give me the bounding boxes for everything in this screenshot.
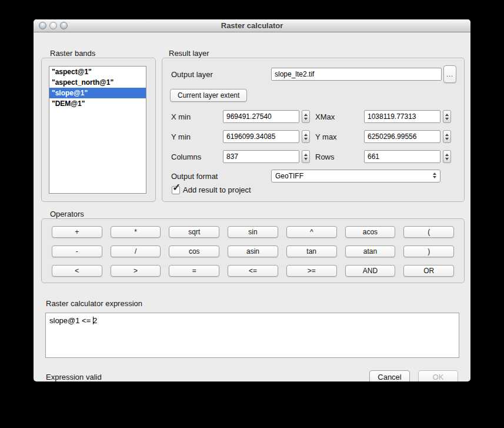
columns-label: Columns [171,152,201,161]
ok-button[interactable]: OK [418,370,458,381]
operator-divide-button[interactable]: / [111,245,161,257]
rows-value: 661 [368,152,379,161]
desktop-background: Raster calculator Raster bands "aspect@1… [0,0,504,428]
operator-sin-button[interactable]: sin [228,226,278,238]
spinner-up-icon[interactable] [304,114,308,116]
dialog-content: Raster bands "aspect@1" "aspect_north@1"… [34,33,470,381]
xmin-value: 969491.27540 [226,112,272,121]
raster-bands-list[interactable]: "aspect@1" "aspect_north@1" "slope@1" "D… [49,66,146,194]
checkmark-icon: ✓ [172,183,181,193]
list-item[interactable]: "slope@1" [49,88,146,98]
expression-text-before-cursor: slope@1 <= [49,316,93,325]
list-item[interactable]: "aspect_north@1" [49,77,146,88]
output-format-label: Output format [171,172,218,181]
output-format-value: GeoTIFF [275,172,303,180]
rows-input[interactable]: 661 [364,150,440,163]
operators-label: Operators [50,210,84,218]
columns-value: 837 [226,152,238,161]
operator-asin-button[interactable]: asin [228,245,278,257]
xmax-value: 1038119.77313 [368,112,416,121]
operator-greater-equal-button[interactable]: >= [286,265,337,277]
rows-label: Rows [315,152,335,161]
operator-acos-button[interactable]: acos [345,226,396,238]
operator-cos-button[interactable]: cos [169,245,219,257]
raster-calculator-window: Raster calculator Raster bands "aspect@1… [34,19,470,381]
ymax-spinner[interactable] [443,130,451,143]
spinner-down-icon[interactable] [445,158,449,160]
ymin-value: 6196099.34085 [226,132,275,141]
operators-group: + * sqrt sin ^ acos ( - / cos asin tan a… [41,218,465,283]
spinner-up-icon[interactable] [304,134,308,136]
spinner-up-icon[interactable] [445,154,449,156]
list-item[interactable]: "DEM@1" [49,98,146,109]
operator-multiply-button[interactable]: * [111,226,161,238]
spinner-down-icon[interactable] [304,118,308,120]
operator-tan-button[interactable]: tan [286,245,337,257]
expression-textarea[interactable]: slope@1 <= 2 [45,313,459,358]
output-layer-label: Output layer [171,70,213,79]
list-item[interactable]: "aspect@1" [49,67,146,77]
operator-power-button[interactable]: ^ [286,226,337,238]
xmin-spinner[interactable] [302,110,310,123]
spinner-up-icon[interactable] [445,134,449,136]
expression-text-after-cursor: 2 [93,316,97,325]
raster-bands-label: Raster bands [50,49,95,58]
spinner-up-icon[interactable] [304,154,308,156]
ymin-label: Y min [171,132,191,141]
ymin-input[interactable]: 6196099.34085 [223,130,299,143]
operator-open-paren-button[interactable]: ( [403,226,454,238]
spinner-down-icon[interactable] [304,138,308,140]
operator-minus-button[interactable]: - [52,245,102,257]
operator-close-paren-button[interactable]: ) [403,245,454,257]
window-title: Raster calculator [34,19,470,32]
columns-spinner[interactable] [302,150,310,163]
current-layer-extent-button[interactable]: Current layer extent [170,89,247,102]
operator-or-button[interactable]: OR [403,265,454,277]
raster-bands-group: "aspect@1" "aspect_north@1" "slope@1" "D… [41,58,156,202]
xmin-label: X min [171,112,191,121]
expression-label: Raster calculator expression [46,299,142,308]
xmin-input[interactable]: 969491.27540 [223,110,299,123]
result-layer-group: Output layer slope_lte2.tif ... Current … [162,58,465,202]
operator-atan-button[interactable]: atan [345,245,396,257]
xmax-input[interactable]: 1038119.77313 [364,110,440,123]
spinner-up-icon[interactable] [445,114,449,116]
spinner-down-icon[interactable] [304,158,308,160]
output-layer-value: slope_lte2.tif [275,70,314,78]
rows-spinner[interactable] [443,150,451,163]
xmax-label: XMax [315,112,335,121]
columns-input[interactable]: 837 [223,150,299,163]
operator-less-equal-button[interactable]: <= [228,265,278,277]
browse-button[interactable]: ... [443,65,456,83]
spinner-down-icon[interactable] [445,118,449,120]
operator-equals-button[interactable]: = [169,265,219,277]
operator-greater-than-button[interactable]: > [111,265,161,277]
ymin-spinner[interactable] [302,130,310,143]
add-result-checkbox-label: Add result to project [183,185,251,194]
output-format-select[interactable]: GeoTIFF [271,170,440,183]
ymax-input[interactable]: 6250296.99556 [364,130,440,143]
operator-plus-button[interactable]: + [52,226,102,238]
add-result-checkbox[interactable]: ✓ [172,186,180,194]
xmax-spinner[interactable] [443,110,451,123]
expression-status: Expression valid [46,373,102,381]
dropdown-arrows-icon [433,172,436,178]
ymax-value: 6250296.99556 [368,132,416,141]
operator-and-button[interactable]: AND [345,265,396,277]
spinner-down-icon[interactable] [445,138,449,140]
operator-less-than-button[interactable]: < [52,265,102,277]
ymax-label: Y max [315,132,337,141]
cancel-button[interactable]: Cancel [369,370,410,381]
titlebar[interactable]: Raster calculator [34,19,470,32]
operator-sqrt-button[interactable]: sqrt [169,226,219,238]
result-layer-label: Result layer [169,49,209,58]
output-layer-input[interactable]: slope_lte2.tif [271,68,442,81]
